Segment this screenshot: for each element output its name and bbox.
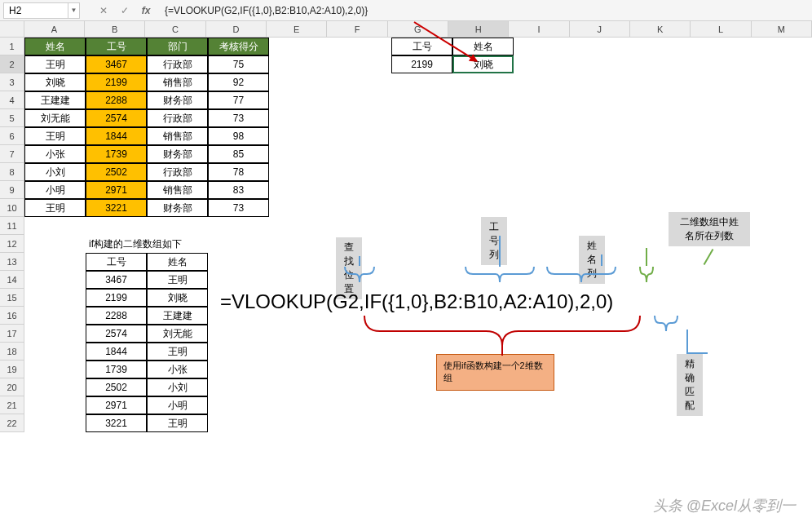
table3-cell[interactable]: 2199 <box>391 55 452 73</box>
table1-cell[interactable]: 财务部 <box>147 145 208 163</box>
table1-header[interactable]: 姓名 <box>24 38 86 55</box>
row-header[interactable]: 19 <box>0 361 24 378</box>
col-header[interactable]: H <box>448 21 509 37</box>
row-header[interactable]: 4 <box>0 91 24 109</box>
col-header[interactable]: K <box>630 21 691 37</box>
row-header[interactable]: 8 <box>0 163 24 181</box>
name-box[interactable] <box>3 2 68 19</box>
enter-formula-icon[interactable]: ✓ <box>114 2 135 19</box>
row-header[interactable]: 14 <box>0 271 24 289</box>
row-header[interactable]: 17 <box>0 325 24 343</box>
table1-cell[interactable]: 78 <box>208 163 269 181</box>
row-header[interactable]: 3 <box>0 73 24 91</box>
row-header[interactable]: 22 <box>0 414 24 432</box>
table2-cell[interactable]: 3221 <box>86 414 147 432</box>
table1-cell[interactable]: 销售部 <box>147 181 208 199</box>
active-cell[interactable]: 刘晓 <box>452 55 514 73</box>
col-header[interactable]: B <box>85 21 145 37</box>
table1-cell[interactable]: 王建建 <box>24 91 86 109</box>
table1-cell[interactable]: 85 <box>208 145 269 163</box>
table1-cell[interactable]: 刘晓 <box>24 73 86 91</box>
col-header[interactable]: I <box>509 21 569 37</box>
table2-header[interactable]: 姓名 <box>147 253 208 271</box>
col-header[interactable]: M <box>752 21 812 37</box>
row-header[interactable]: 5 <box>0 109 24 127</box>
fx-icon[interactable]: fx <box>135 2 157 19</box>
select-all-corner[interactable] <box>0 21 24 37</box>
row-header[interactable]: 18 <box>0 343 24 361</box>
table1-cell[interactable]: 83 <box>208 181 269 199</box>
row-header[interactable]: 21 <box>0 396 24 414</box>
row-header[interactable]: 7 <box>0 145 24 163</box>
row-header[interactable]: 1 <box>0 38 24 55</box>
table1-cell[interactable]: 销售部 <box>147 73 208 91</box>
col-header[interactable]: E <box>267 21 327 37</box>
table2-cell[interactable]: 2574 <box>86 325 147 343</box>
table1-cell[interactable]: 73 <box>208 199 269 217</box>
table1-cell[interactable]: 小张 <box>24 145 86 163</box>
table2-cell[interactable]: 刘晓 <box>147 289 208 307</box>
table1-cell[interactable]: 行政部 <box>147 109 208 127</box>
row-header[interactable]: 15 <box>0 289 24 307</box>
table1-cell[interactable]: 73 <box>208 109 269 127</box>
table2-cell[interactable]: 2288 <box>86 307 147 325</box>
table2-cell[interactable]: 小刘 <box>147 378 208 396</box>
table1-cell[interactable]: 3467 <box>86 55 147 73</box>
table1-cell[interactable]: 2288 <box>86 91 147 109</box>
row-header[interactable]: 12 <box>0 235 24 253</box>
table1-header[interactable]: 部门 <box>147 38 208 55</box>
table2-cell[interactable]: 刘无能 <box>147 325 208 343</box>
table1-cell[interactable]: 3221 <box>86 199 147 217</box>
row-header[interactable]: 11 <box>0 217 24 235</box>
table1-cell[interactable]: 小刘 <box>24 163 86 181</box>
table1-cell[interactable]: 行政部 <box>147 55 208 73</box>
table2-cell[interactable]: 小张 <box>147 361 208 378</box>
table1-cell[interactable]: 2199 <box>86 73 147 91</box>
table1-cell[interactable]: 75 <box>208 55 269 73</box>
table1-cell[interactable]: 1739 <box>86 145 147 163</box>
table2-cell[interactable]: 王明 <box>147 343 208 361</box>
table1-header[interactable]: 工号 <box>86 38 147 55</box>
table1-cell[interactable]: 王明 <box>24 127 86 145</box>
formula-bar-input[interactable]: {=VLOOKUP(G2,IF({1,0},B2:B10,A2:A10),2,0… <box>157 3 812 18</box>
table1-cell[interactable]: 刘无能 <box>24 109 86 127</box>
row-header[interactable]: 10 <box>0 199 24 217</box>
table2-cell[interactable]: 王明 <box>147 271 208 289</box>
table2-cell[interactable]: 小明 <box>147 396 208 414</box>
table2-cell[interactable]: 2502 <box>86 378 147 396</box>
name-box-dropdown[interactable]: ▼ <box>68 2 80 19</box>
table2-cell[interactable]: 1739 <box>86 361 147 378</box>
row-header[interactable]: 2 <box>0 55 24 73</box>
col-header[interactable]: D <box>206 21 267 37</box>
row-header[interactable]: 20 <box>0 378 24 396</box>
table1-cell[interactable]: 98 <box>208 127 269 145</box>
row-header[interactable]: 9 <box>0 181 24 199</box>
table1-header[interactable]: 考核得分 <box>208 38 269 55</box>
table1-cell[interactable]: 小明 <box>24 181 86 199</box>
table1-cell[interactable]: 财务部 <box>147 91 208 109</box>
table2-header[interactable]: 工号 <box>86 253 147 271</box>
table1-cell[interactable]: 销售部 <box>147 127 208 145</box>
cancel-formula-icon[interactable]: ✕ <box>93 2 114 19</box>
table1-cell[interactable]: 92 <box>208 73 269 91</box>
table2-cell[interactable]: 王明 <box>147 414 208 432</box>
col-header[interactable]: J <box>570 21 630 37</box>
table1-cell[interactable]: 77 <box>208 91 269 109</box>
row-header[interactable]: 16 <box>0 307 24 325</box>
table1-cell[interactable]: 行政部 <box>147 163 208 181</box>
table2-cell[interactable]: 2199 <box>86 289 147 307</box>
table1-cell[interactable]: 2971 <box>86 181 147 199</box>
col-header[interactable]: A <box>24 21 85 37</box>
col-header[interactable]: C <box>145 21 205 37</box>
table2-cell[interactable]: 1844 <box>86 343 147 361</box>
col-header[interactable]: L <box>691 21 751 37</box>
table2-cell[interactable]: 3467 <box>86 271 147 289</box>
table1-cell[interactable]: 2502 <box>86 163 147 181</box>
table1-cell[interactable]: 1844 <box>86 127 147 145</box>
col-header[interactable]: F <box>327 21 387 37</box>
table1-cell[interactable]: 2574 <box>86 109 147 127</box>
row-header[interactable]: 6 <box>0 127 24 145</box>
table2-cell[interactable]: 2971 <box>86 396 147 414</box>
row-header[interactable]: 13 <box>0 253 24 271</box>
table2-cell[interactable]: 王建建 <box>147 307 208 325</box>
